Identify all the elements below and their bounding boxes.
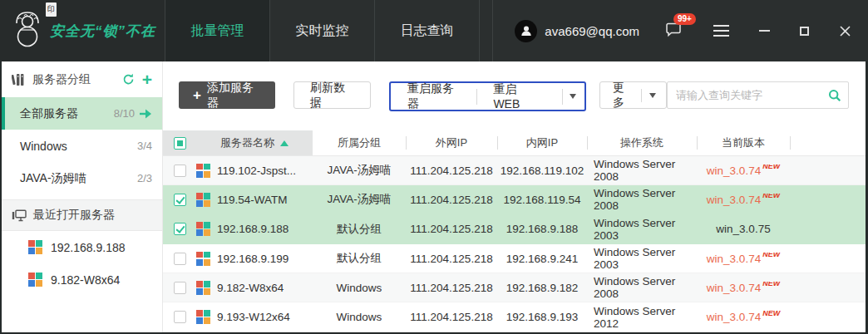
restart-dropdown-button[interactable] — [555, 83, 584, 110]
version-text: win_3.0.74 — [707, 253, 761, 265]
add-group-icon[interactable]: + — [142, 71, 152, 88]
table-row[interactable]: 9.182-W8x64Windows111.204.125.218192.168… — [163, 273, 866, 302]
messages-button[interactable]: 99+ — [666, 22, 683, 41]
windows-logo-icon — [196, 310, 210, 324]
recent-server-name: 192.168.9.188 — [51, 241, 126, 254]
column-header-group[interactable]: 所属分组 — [313, 130, 406, 155]
restart-server-button[interactable]: 重启服务器 — [391, 81, 476, 111]
search-box — [667, 81, 849, 109]
version-cell: win_3.0.74NEW — [697, 282, 790, 294]
recent-server-item[interactable]: 9.182-W8x64 — [2, 263, 162, 296]
restart-button-group: 重启服务器 重启WEB — [389, 81, 586, 111]
new-tag: NEW — [762, 311, 780, 317]
minimize-button[interactable] — [759, 30, 770, 32]
version-text: win_3.0.75 — [716, 223, 770, 235]
close-button[interactable] — [839, 25, 851, 37]
user-email[interactable]: ava669@qq.com — [545, 24, 639, 38]
version-text: win_3.0.74 — [707, 194, 761, 206]
main-tabs: 批量管理实时监控日志查询 — [165, 0, 480, 61]
arrow-right-icon — [140, 109, 152, 119]
search-input[interactable] — [668, 89, 828, 101]
column-header-lan-ip[interactable]: 内网IP — [497, 130, 587, 155]
group-name: JAVA-汤姆喵 — [20, 171, 86, 186]
person-icon — [520, 24, 533, 37]
recent-server-item[interactable]: 192.168.9.188 — [2, 231, 162, 263]
plus-icon: + — [193, 87, 201, 104]
recent-server-list: 192.168.9.1889.182-W8x64 — [2, 231, 162, 296]
row-checkbox-cell — [163, 253, 196, 265]
restart-web-button[interactable]: 重启WEB — [476, 82, 555, 111]
group-count: 2/3 — [137, 172, 152, 184]
windows-logo-icon — [28, 273, 42, 287]
chevron-down-icon — [570, 94, 576, 99]
wan-ip-cell: 111.204.125.218 — [406, 194, 497, 206]
server-name-cell: 192.168.9.199 — [196, 252, 313, 266]
main-panel: + 添加服务器 刷新数据 重启服务器 重启WEB 更多 — [163, 61, 866, 332]
windows-logo-icon — [196, 252, 210, 266]
os-cell: Windows Server 2008 — [587, 187, 697, 212]
row-checkbox-cell — [163, 165, 196, 177]
monitor-icon — [12, 209, 27, 222]
row-checkbox[interactable] — [174, 165, 186, 177]
version-cell: win_3.0.74NEW — [697, 253, 790, 265]
column-header-empty — [790, 130, 866, 155]
row-checkbox-cell — [163, 311, 196, 323]
server-group-cell: 默认分组 — [313, 251, 406, 266]
windows-logo-icon — [196, 193, 210, 207]
version-cell: win_3.0.74NEW — [697, 311, 790, 323]
row-checkbox[interactable] — [174, 253, 186, 265]
sidebar-group-java-tomcat[interactable]: JAVA-汤姆喵2/3 — [2, 162, 162, 194]
row-checkbox-cell — [163, 194, 196, 206]
more-button[interactable]: 更多 — [599, 81, 667, 109]
server-group-list: 全部服务器8/10Windows3/4JAVA-汤姆喵2/3 — [2, 97, 162, 194]
refresh-groups-icon[interactable] — [122, 73, 135, 86]
refresh-data-button[interactable]: 刷新数据 — [293, 81, 371, 109]
table-header-row: 服务器名称 所属分组 外网IP 内网IP 操作系统 当前版本 — [163, 130, 866, 156]
group-count: 8/10 — [114, 107, 135, 120]
version-text: win_3.0.74 — [707, 282, 761, 294]
add-server-button[interactable]: + 添加服务器 — [179, 81, 275, 109]
version-cell: win_3.0.75 — [697, 223, 790, 235]
seal-stamp-icon: 印 — [46, 2, 57, 17]
table-row[interactable]: 119.54-WATMJAVA-汤姆喵111.204.125.218192.16… — [163, 185, 866, 214]
tab-log-query[interactable]: 日志查询 — [375, 0, 480, 61]
row-checkbox[interactable] — [174, 311, 186, 323]
sidebar-group-windows[interactable]: Windows3/4 — [2, 130, 162, 162]
select-all-checkbox[interactable] — [163, 130, 196, 155]
search-icon[interactable] — [828, 89, 841, 102]
column-header-wan-ip[interactable]: 外网IP — [406, 130, 497, 155]
table-row[interactable]: 192.168.9.199默认分组111.204.125.218192.168.… — [163, 244, 866, 273]
sort-asc-icon — [280, 140, 289, 146]
os-cell: Windows Server 2003 — [587, 217, 697, 242]
server-group-cell: Windows — [313, 282, 406, 294]
sidebar-group-all-servers[interactable]: 全部服务器8/10 — [2, 97, 162, 130]
os-cell: Windows Server 2008 — [587, 158, 697, 183]
column-header-version[interactable]: 当前版本 — [697, 130, 790, 155]
os-cell: Windows Server 2008 — [587, 275, 697, 300]
table-row[interactable]: 9.193-W12x64Windows111.204.125.218192.16… — [163, 302, 866, 332]
minimize-icon — [759, 30, 770, 32]
windows-logo-icon — [196, 164, 210, 178]
column-header-os[interactable]: 操作系统 — [587, 130, 697, 155]
row-checkbox[interactable] — [174, 194, 186, 206]
tab-realtime-monitor[interactable]: 实时监控 — [270, 0, 375, 61]
row-checkbox-cell — [163, 223, 196, 235]
tab-batch-manage[interactable]: 批量管理 — [165, 0, 270, 61]
table-row[interactable]: 192.168.9.188默认分组111.204.125.218192.168.… — [163, 215, 866, 244]
menu-button[interactable] — [713, 25, 729, 37]
row-checkbox[interactable] — [174, 223, 186, 235]
maximize-icon — [800, 27, 809, 36]
avatar[interactable] — [515, 20, 537, 42]
column-header-name[interactable]: 服务器名称 — [196, 130, 313, 155]
maximize-button[interactable] — [800, 27, 809, 36]
server-group-cell: Windows — [313, 311, 406, 323]
table-row[interactable]: 119.102-Jspst...JAVA-汤姆喵111.204.125.2181… — [163, 156, 866, 185]
server-name-cell: 9.193-W12x64 — [196, 310, 313, 324]
server-groups-icon — [12, 73, 26, 86]
server-name: 9.182-W8x64 — [217, 282, 284, 294]
version-cell: win_3.0.74NEW — [697, 165, 790, 177]
lan-ip-cell: 192.168.9.241 — [497, 253, 587, 265]
server-name: 119.102-Jspst... — [217, 165, 296, 177]
row-checkbox[interactable] — [174, 282, 186, 294]
lan-ip-cell: 192.168.119.102 — [497, 165, 587, 177]
